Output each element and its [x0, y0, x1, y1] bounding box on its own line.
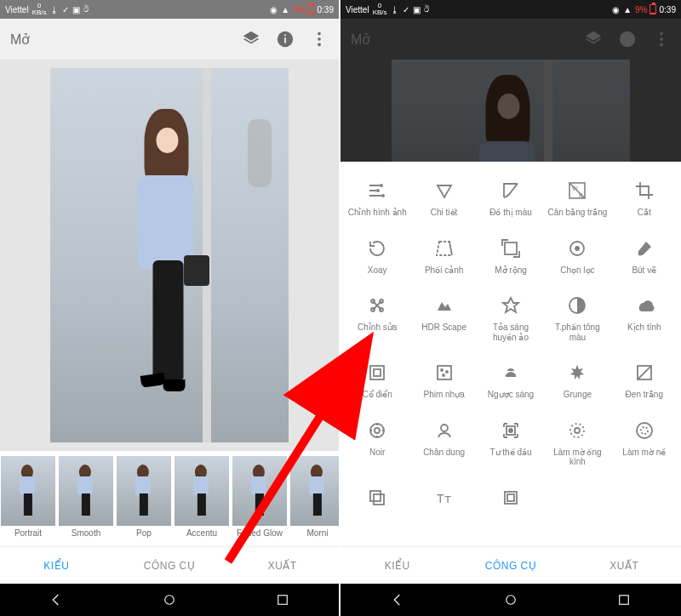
filter-label: Morni [306, 528, 328, 538]
more-icon[interactable] [310, 30, 329, 48]
screen-right: Viettel 0KB/s ⭳ ✓ ▣ ඊ ◉ ▲ 9% 0:39 Mở [340, 0, 681, 616]
filter-thumb [290, 456, 339, 526]
layers-icon [584, 30, 603, 48]
tool-wb[interactable]: WBCân bằng trắng [544, 172, 610, 230]
svg-rect-46 [507, 494, 514, 501]
filter-item-morni[interactable]: Morni [289, 456, 339, 546]
tool-headpose[interactable]: Tư thế đầu [478, 412, 544, 479]
tool-doubleexp[interactable] [344, 479, 410, 527]
filter-item-accentu[interactable]: Accentu [174, 456, 230, 546]
tool-hdr[interactable]: HDR Scape [410, 287, 477, 354]
recent-key[interactable] [616, 592, 632, 607]
tool-label: Chọn lọc [560, 265, 594, 276]
tool-noir[interactable]: Noir [344, 412, 410, 479]
tool-expand[interactable]: Mở rộng [478, 230, 544, 288]
svg-point-29 [441, 369, 443, 371]
bottom-nav: KIỂU CÔNG CỤ XUẤT [0, 546, 339, 584]
filter-item-pop[interactable]: Pop [116, 456, 172, 546]
tool-retrolux[interactable]: Ngược sáng [478, 354, 544, 412]
tool-bw[interactable]: Đen trắng [611, 354, 678, 412]
wb-icon: WB [565, 179, 589, 202]
tool-label: Làm mờ ống kính [547, 448, 607, 467]
network-speed: 0KB/s [32, 3, 47, 16]
home-key[interactable] [162, 592, 177, 607]
app-toolbar: Mở [0, 19, 339, 60]
recent-key[interactable] [275, 592, 290, 607]
svg-point-33 [370, 424, 384, 437]
main-photo [50, 68, 289, 442]
svg-point-38 [570, 424, 584, 437]
filter-item-smooth[interactable]: Smooth [58, 456, 114, 546]
filter-item-faded glow[interactable]: Faded Glow [232, 456, 288, 546]
tool-portrait[interactable]: Chân dung [410, 412, 477, 479]
tool-label: Tư thế đầu [489, 448, 531, 458]
vignette-icon [632, 419, 656, 442]
tool-text[interactable]: Tᴛ [410, 479, 477, 527]
info-icon[interactable] [276, 30, 295, 48]
tool-label: Xoay [368, 265, 387, 276]
selective-icon [565, 237, 589, 260]
layers-icon[interactable] [242, 30, 260, 48]
portrait-icon [432, 419, 456, 442]
nav-styles[interactable]: KIỂU [340, 547, 454, 584]
filter-thumb [59, 456, 113, 526]
back-key[interactable] [49, 592, 64, 607]
nav-tools[interactable]: CÔNG CỤ [113, 547, 226, 584]
tool-tune[interactable]: Chỉnh hình ảnh [344, 172, 410, 230]
tool-brush[interactable]: Bút vẽ [611, 230, 678, 288]
perspective-icon [432, 237, 456, 260]
carrier-label: Viettel [346, 5, 369, 14]
tool-drama[interactable]: Kịch tính [611, 287, 678, 354]
tune-icon [365, 179, 389, 202]
filter-item-portrait[interactable]: Portrait [0, 456, 56, 546]
photo-canvas-dimmed [340, 60, 681, 162]
nav-tools[interactable]: CÔNG CỤ [454, 547, 567, 584]
check-icon: ✓ [62, 5, 69, 14]
nav-export[interactable]: XUẤT [568, 547, 681, 584]
tool-healing[interactable]: Chỉnh sửa [344, 287, 410, 354]
filter-strip[interactable]: PortraitSmoothPopAccentuFaded GlowMorni [0, 451, 339, 546]
clock-label: 0:39 [318, 5, 334, 14]
tool-vintage[interactable]: Cổ điển [344, 354, 410, 412]
tool-triangle-down[interactable]: Chi tiết [410, 172, 477, 230]
tool-vignette[interactable]: Làm mờ nề [611, 412, 678, 479]
photo-canvas[interactable] [0, 60, 339, 451]
info-icon [618, 30, 637, 48]
tool-crop[interactable]: Cắt [611, 172, 678, 230]
tool-curve[interactable]: Đồ thị màu [478, 172, 544, 230]
headpose-icon [499, 419, 523, 442]
status-bar: Viettel 0KB/s ⭳ ✓ ▣ ඊ ◉ ▲ 9% 0:39 [340, 0, 681, 19]
svg-rect-28 [438, 366, 451, 379]
open-button: Mở [351, 31, 584, 48]
svg-rect-48 [620, 596, 629, 605]
nav-export[interactable]: XUẤT [226, 547, 339, 584]
svg-text:B: B [579, 192, 583, 198]
tool-frames[interactable] [478, 479, 544, 527]
tools-panel[interactable]: Chỉnh hình ảnhChi tiếtĐồ thị màuWBCân bằ… [340, 162, 681, 546]
android-softkeys [340, 584, 681, 616]
filter-label: Faded Glow [237, 528, 283, 538]
home-key[interactable] [503, 592, 518, 607]
tool-label: Chi tiết [431, 208, 458, 218]
brush-status-icon: ඊ [83, 4, 89, 14]
tool-label: Làm mờ nề [622, 448, 666, 458]
open-button[interactable]: Mở [10, 31, 242, 48]
glamour-icon [499, 294, 523, 317]
tool-rotate[interactable]: Xoay [344, 230, 410, 288]
tool-grunge[interactable]: Grunge [544, 354, 610, 412]
tonal-icon [565, 294, 589, 317]
tool-selective[interactable]: Chọn lọc [544, 230, 610, 288]
tool-perspective[interactable]: Phối cảnh [410, 230, 477, 288]
svg-point-20 [575, 247, 579, 250]
tool-grainy[interactable]: Phim nhựa [410, 354, 477, 412]
tool-glamour[interactable]: Tỏa sáng huyền ảo [478, 287, 544, 354]
back-key[interactable] [390, 592, 405, 607]
more-icon [652, 30, 671, 48]
grainy-icon [432, 361, 456, 385]
svg-text:Tᴛ: Tᴛ [437, 492, 451, 505]
tool-lensblur[interactable]: Làm mờ ống kính [544, 412, 610, 479]
tool-tonal[interactable]: T.phần tông màu [544, 287, 610, 354]
wifi-icon: ◉ [270, 5, 278, 14]
nav-styles[interactable]: KIỂU [0, 547, 113, 584]
svg-rect-43 [374, 494, 384, 505]
